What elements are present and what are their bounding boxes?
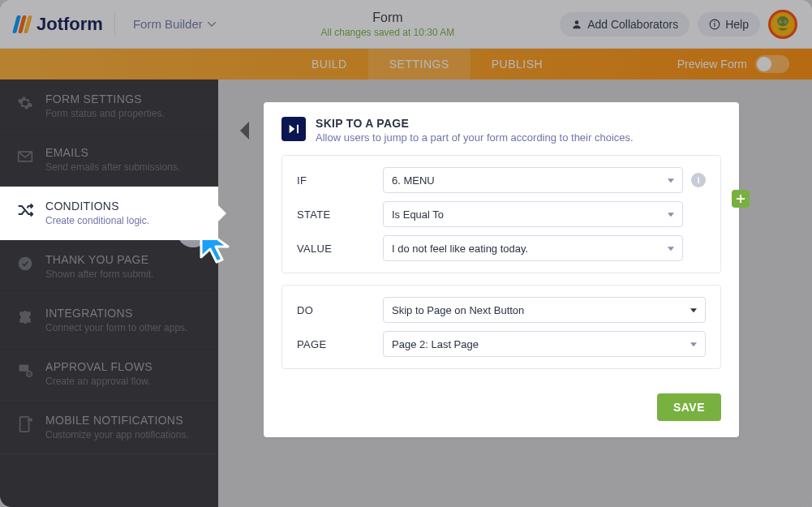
value-select[interactable]: I do not feel like eating today. — [383, 235, 683, 261]
svg-point-9 — [19, 257, 32, 271]
sidebar-item-mobile-notifications[interactable]: MOBILE NOTIFICATIONS Customize your app … — [0, 401, 218, 454]
sidebar-item-label: EMAILS — [45, 146, 180, 159]
sidebar-item-form-settings[interactable]: FORM SETTINGS Form status and properties… — [0, 79, 218, 133]
condition-if-block: IF 6. MENU i STATE Is Equal To VALUE I d… — [281, 155, 721, 273]
sidebar-item-sub: Create an approval flow. — [45, 376, 153, 387]
sidebar-item-label: FORM SETTINGS — [45, 92, 165, 105]
svg-rect-10 — [19, 365, 29, 372]
sidebar-item-label: INTEGRATIONS — [45, 307, 187, 320]
value-label: VALUE — [297, 243, 383, 255]
brand-name: Jotform — [37, 14, 103, 35]
sidebar-item-sub: Send emails after submissions. — [45, 161, 180, 173]
tab-build[interactable]: BUILD — [290, 49, 368, 79]
save-status: All changes saved at 10:30 AM — [216, 27, 560, 38]
chevron-left-icon — [238, 120, 251, 141]
gear-icon — [16, 94, 34, 112]
panel-title: SKIP TO A PAGE — [316, 117, 634, 130]
skip-page-icon — [281, 117, 306, 141]
sidebar-item-sub: Connect your form to other apps. — [45, 322, 187, 333]
condition-panel: SKIP TO A PAGE Allow users to jump to a … — [264, 102, 739, 437]
info-icon: i — [709, 19, 720, 30]
state-select[interactable]: Is Equal To — [383, 201, 683, 227]
puzzle-icon — [16, 308, 34, 326]
if-label: IF — [297, 174, 383, 187]
chevron-down-icon — [208, 22, 216, 27]
avatar[interactable] — [768, 10, 797, 39]
plus-icon — [736, 194, 745, 204]
brand-logo[interactable]: Jotform — [15, 14, 103, 35]
builder-dropdown[interactable]: Form Builder — [133, 17, 216, 31]
sidebar-item-label: CONDITIONS — [45, 200, 149, 213]
top-bar: Jotform Form Builder Form All changes sa… — [0, 0, 812, 49]
sidebar-item-conditions[interactable]: CONDITIONS Create conditional logic. — [0, 187, 218, 240]
envelope-icon — [16, 148, 34, 165]
sidebar-item-sub: Customize your app notifications. — [45, 429, 189, 440]
svg-point-4 — [777, 15, 788, 25]
back-button[interactable] — [238, 120, 251, 147]
sidebar-item-sub: Form status and properties. — [45, 108, 165, 119]
sidebar-item-sub: Shown after form submit. — [45, 269, 153, 280]
do-label: DO — [297, 304, 383, 316]
settings-sidebar: FORM SETTINGS Form status and properties… — [0, 79, 218, 507]
tab-settings[interactable]: SETTINGS — [368, 49, 470, 79]
info-icon[interactable]: i — [691, 173, 706, 187]
save-button[interactable]: SAVE — [657, 393, 721, 421]
page-select[interactable]: Page 2: Last Page — [383, 331, 706, 357]
add-collaborators-button[interactable]: Add Collaborators — [560, 12, 690, 37]
preview-label: Preview Form — [677, 58, 747, 71]
shuffle-icon — [16, 201, 34, 219]
preview-toggle[interactable] — [755, 55, 789, 73]
svg-point-7 — [780, 21, 781, 23]
form-title[interactable]: Form — [372, 11, 402, 24]
do-action-select[interactable]: Skip to Page on Next Button — [383, 297, 706, 323]
svg-rect-12 — [20, 417, 29, 432]
svg-point-8 — [784, 21, 786, 23]
avatar-icon — [771, 13, 794, 36]
condition-do-block: DO Skip to Page on Next Button PAGE Page… — [281, 285, 721, 369]
tab-publish[interactable]: PUBLISH — [470, 49, 564, 79]
stamp-icon — [16, 362, 34, 380]
sidebar-item-sub: Create conditional logic. — [45, 215, 149, 226]
sidebar-item-approval-flows[interactable]: APPROVAL FLOWS Create an approval flow. — [0, 347, 218, 401]
state-label: STATE — [297, 208, 383, 221]
sidebar-item-thank-you[interactable]: THANK YOU PAGE Shown after form submit. — [0, 240, 218, 294]
sidebar-item-label: THANK YOU PAGE — [45, 253, 153, 266]
svg-text:i: i — [714, 20, 715, 28]
phone-icon — [16, 415, 34, 433]
panel-subtitle: Allow users to jump to a part of your fo… — [316, 131, 634, 144]
sidebar-item-emails[interactable]: EMAILS Send emails after submissions. — [0, 133, 218, 187]
sidebar-item-label: MOBILE NOTIFICATIONS — [45, 414, 189, 427]
add-condition-button[interactable] — [732, 190, 750, 208]
tab-bar: BUILD SETTINGS PUBLISH Preview Form — [0, 49, 812, 79]
check-circle-icon — [16, 255, 34, 273]
person-icon — [571, 19, 582, 30]
logo-mark-icon — [15, 15, 30, 33]
help-button[interactable]: i Help — [698, 12, 760, 37]
sidebar-item-integrations[interactable]: INTEGRATIONS Connect your form to other … — [0, 294, 218, 347]
svg-point-0 — [575, 20, 579, 24]
if-field-select[interactable]: 6. MENU — [383, 167, 683, 193]
sidebar-item-label: APPROVAL FLOWS — [45, 360, 153, 373]
page-label: PAGE — [297, 338, 383, 350]
